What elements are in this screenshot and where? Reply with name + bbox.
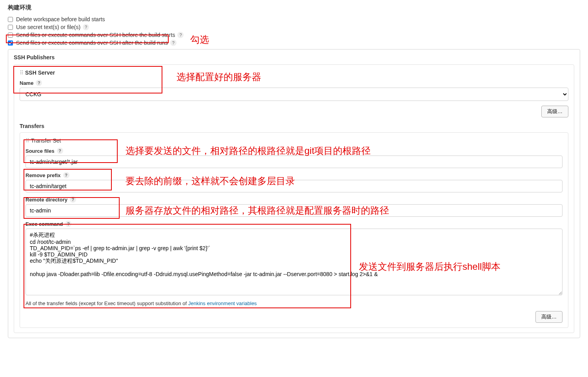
annotation-box bbox=[24, 139, 118, 163]
annotation-box bbox=[13, 66, 162, 93]
help-icon[interactable]: ? bbox=[83, 24, 89, 30]
checkbox-delete-workspace-input[interactable] bbox=[8, 17, 13, 22]
advanced-button[interactable]: 高级… bbox=[541, 106, 568, 117]
ssh-publishers-title: SSH Publishers bbox=[14, 54, 574, 60]
help-icon[interactable]: ? bbox=[177, 32, 184, 38]
checkbox-delete-workspace-label: Delete workspace before build starts bbox=[16, 16, 105, 22]
checkbox-use-secret-label: Use secret text(s) or file(s) bbox=[16, 24, 80, 30]
annotation-box bbox=[24, 224, 351, 308]
advanced-button-2[interactable]: 高级… bbox=[535, 311, 563, 323]
annotation-box bbox=[24, 169, 112, 190]
annotation-box bbox=[24, 197, 120, 219]
checkbox-use-secret[interactable]: Use secret text(s) or file(s) ? bbox=[8, 24, 580, 30]
help-icon[interactable]: ? bbox=[170, 40, 177, 46]
transfers-title: Transfers bbox=[20, 123, 568, 129]
annotation-box bbox=[6, 35, 169, 43]
section-title: 构建环境 bbox=[8, 4, 580, 11]
checkbox-use-secret-input[interactable] bbox=[8, 25, 13, 30]
checkbox-delete-workspace[interactable]: Delete workspace before build starts bbox=[8, 16, 580, 22]
